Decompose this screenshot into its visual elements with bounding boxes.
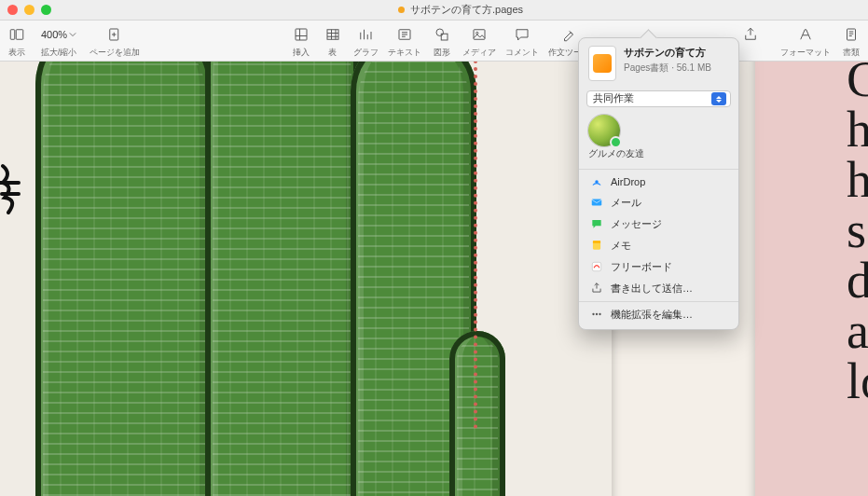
page — [0, 62, 612, 496]
share-option-label: AirDrop — [611, 176, 645, 187]
add-page-label: ページを追加 — [90, 47, 140, 59]
toolbar-group-shape: 図形 — [431, 23, 453, 59]
share-button[interactable] — [739, 24, 762, 45]
document-button[interactable] — [840, 24, 862, 45]
share-option-label: 機能拡張を編集… — [611, 308, 693, 322]
shape-button[interactable] — [431, 24, 453, 45]
toolbar-group-view: 表示 — [6, 23, 28, 59]
toolbar-group-chart: グラフ — [353, 23, 379, 59]
view-button[interactable] — [6, 24, 28, 45]
add-page-button[interactable] — [103, 24, 126, 45]
svg-rect-0 — [10, 30, 15, 40]
ink-scribble — [0, 157, 35, 222]
share-mode-dropdown[interactable]: 共同作業 — [586, 90, 731, 107]
table-label: 表 — [328, 47, 337, 59]
comment-button[interactable] — [511, 24, 533, 45]
window-controls — [7, 5, 51, 15]
toolbar-group-share — [739, 23, 762, 56]
share-option-freeform[interactable]: フリーボード — [579, 256, 738, 278]
toolbar-group-document: 書類 — [840, 23, 862, 59]
svg-rect-3 — [296, 29, 307, 40]
toolbar-group-media: メディア — [462, 23, 496, 59]
share-doc-title: サボテンの育て方 — [624, 46, 711, 60]
share-option-label: メッセージ — [611, 217, 662, 231]
toolbar-group-table: 表 — [322, 23, 344, 59]
stepper-icon — [711, 92, 726, 105]
share-option-export-send[interactable]: 書き出して送信… — [579, 278, 738, 299]
insert-label: 挿入 — [293, 47, 310, 59]
window-title-text: サボテンの育て方.pages — [410, 3, 523, 17]
share-option-label: メール — [611, 196, 641, 210]
media-button[interactable] — [468, 24, 490, 45]
format-button[interactable] — [794, 24, 817, 45]
window-titlebar: サボテンの育て方.pages — [0, 0, 868, 21]
zoom-dropdown[interactable]: 400% — [37, 29, 80, 40]
svg-rect-1 — [16, 30, 23, 40]
close-window-button[interactable] — [7, 5, 18, 15]
document-label: 書類 — [843, 47, 860, 59]
svg-point-9 — [475, 32, 477, 34]
view-label: 表示 — [8, 47, 25, 59]
share-option-edit-extensions[interactable]: 機能拡張を編集… — [579, 304, 738, 325]
share-contact[interactable]: グルメの友達 — [579, 115, 738, 167]
toolbar-group-zoom: 400% 拡大/縮小 — [37, 23, 80, 59]
zoom-window-button[interactable] — [41, 5, 51, 15]
zoom-label: 拡大/縮小 — [41, 47, 77, 59]
window-title: サボテンの育て方.pages — [61, 3, 861, 17]
text-button[interactable] — [393, 24, 416, 45]
toolbar-group-addpage: ページを追加 — [90, 23, 140, 59]
share-mode-label: 共同作業 — [593, 92, 634, 105]
format-label: フォーマット — [780, 47, 831, 59]
messages-icon — [590, 217, 603, 230]
share-option-airdrop[interactable]: AirDrop — [579, 172, 738, 192]
notes-icon — [590, 239, 603, 252]
svg-rect-12 — [592, 200, 602, 206]
toolbar-group-format: フォーマット — [780, 23, 831, 59]
svg-point-6 — [436, 29, 444, 36]
comment-label: コメント — [505, 47, 539, 59]
document-icon — [588, 46, 616, 81]
zoom-value: 400% — [41, 29, 67, 40]
table-button[interactable] — [322, 24, 344, 45]
toolbar-group-insert: 挿入 — [290, 23, 312, 59]
airdrop-icon — [590, 175, 603, 188]
svg-rect-10 — [847, 29, 856, 40]
freeform-icon — [590, 260, 603, 273]
media-label: メディア — [462, 47, 496, 59]
divider — [579, 301, 738, 302]
share-option-label: 書き出して送信… — [611, 282, 693, 296]
cactus-illustration — [205, 62, 359, 496]
chart-button[interactable] — [354, 24, 377, 45]
share-option-mail[interactable]: メール — [579, 192, 738, 214]
share-label — [750, 47, 752, 56]
insert-button[interactable] — [290, 24, 312, 45]
toolbar-group-text: テキスト — [388, 23, 421, 59]
divider — [579, 169, 738, 170]
mail-icon — [590, 196, 603, 209]
shape-label: 図形 — [434, 47, 450, 59]
svg-point-18 — [599, 313, 600, 315]
share-option-label: メモ — [611, 239, 631, 253]
extensions-icon — [590, 308, 603, 321]
cactus-illustration — [35, 62, 213, 496]
minimize-window-button[interactable] — [24, 5, 34, 15]
share-header: サボテンの育て方 Pages書類 · 56.1 MB — [579, 46, 738, 87]
cactus-illustration — [449, 331, 505, 496]
share-popover: サボテンの育て方 Pages書類 · 56.1 MB 共同作業 グルメの友達 A… — [578, 37, 739, 330]
presence-badge-icon — [610, 136, 622, 148]
svg-rect-4 — [327, 30, 338, 40]
text-label: テキスト — [388, 47, 421, 59]
svg-rect-14 — [593, 241, 600, 243]
export-icon — [590, 282, 603, 295]
share-doc-meta: Pages書類 · 56.1 MB — [624, 62, 711, 75]
svg-point-16 — [592, 313, 594, 315]
writing-tools-button[interactable] — [558, 24, 580, 45]
share-option-label: フリーボード — [611, 260, 672, 274]
share-option-notes[interactable]: メモ — [579, 235, 738, 256]
chart-label: グラフ — [353, 47, 379, 59]
svg-rect-8 — [474, 30, 485, 40]
partial-text-column: C h h s d a lo — [847, 62, 868, 406]
share-option-messages[interactable]: メッセージ — [579, 214, 738, 235]
toolbar-group-comment: コメント — [505, 23, 539, 59]
document-modified-icon — [398, 7, 405, 13]
